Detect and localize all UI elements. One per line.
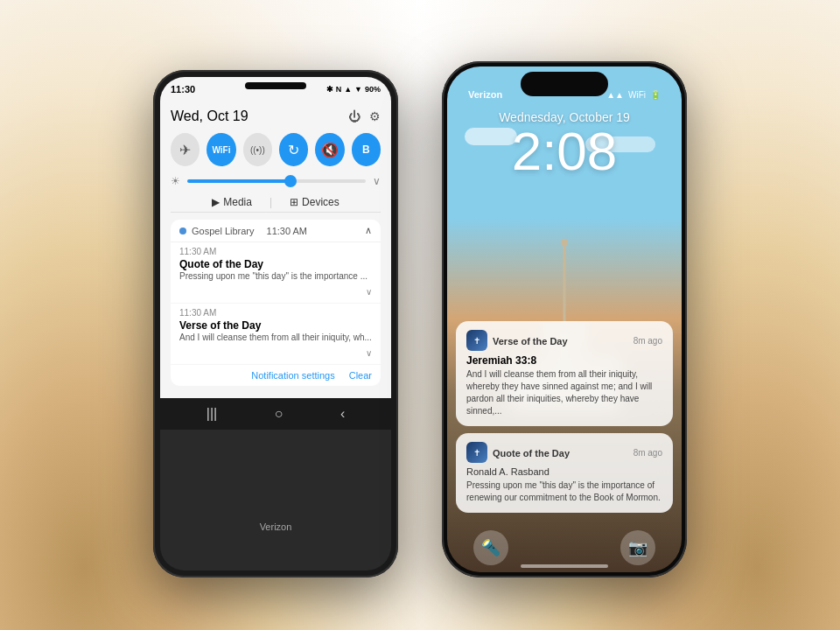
android-carrier: Verizon — [160, 520, 391, 534]
android-screen: 11:30 ✱ N ▲ ▼ 90% Wed, Oct 19 — [160, 77, 391, 570]
android-time: 11:30 — [171, 84, 195, 94]
notif-body-2: And I will cleanse them from all their i… — [179, 332, 372, 342]
devices-grid-icon: ⊞ — [290, 196, 298, 208]
notification-group-gospel: Gospel Library 11:30 AM ∧ 11:30 AM Quote… — [171, 220, 381, 386]
iphone-notif-2[interactable]: ✝ Quote of the Day 8m ago Ronald A. Rasb… — [456, 433, 673, 513]
inotif-header-2: ✝ Quote of the Day 8m ago — [466, 442, 662, 463]
sync-toggle[interactable]: ↻ — [279, 133, 308, 166]
notif-actions: Notification settings Clear — [171, 365, 381, 386]
back-button[interactable]: ‹ — [340, 406, 345, 422]
notif-expand-1[interactable]: ∨ — [366, 287, 372, 297]
phones-container: 11:30 ✱ N ▲ ▼ 90% Wed, Oct 19 — [0, 0, 840, 630]
expand-icon[interactable]: ∨ — [373, 175, 381, 187]
notif-item-1: 11:30 AM Quote of the Day Pressing upon … — [171, 242, 381, 304]
recent-apps-button[interactable]: ||| — [206, 406, 217, 422]
bluetooth-icon: ✱ — [326, 85, 333, 94]
inotif-notif-title-1: Jeremiah 33:8 — [466, 354, 662, 367]
airplane-mode-toggle[interactable]: ✈ — [171, 133, 200, 166]
flashlight-icon: 🔦 — [481, 538, 500, 557]
wifi-icon: WiFi — [628, 90, 646, 100]
camera-icon: 📷 — [628, 538, 648, 557]
gospel-icon-symbol: ✝ — [473, 336, 480, 346]
inotif-body-2: Pressing upon me "this day" is the impor… — [466, 480, 662, 504]
notification-panel: Wed, Oct 19 ⏻ ⚙ ✈ WiFi ((•)) ↻ 🔇 B — [160, 102, 391, 398]
flashlight-button[interactable]: 🔦 — [473, 530, 508, 565]
iphone-time: 2:08 — [447, 124, 682, 178]
home-button[interactable]: ○ — [275, 406, 284, 422]
notif-body-1: Pressing upon me "this day" is the impor… — [179, 271, 372, 281]
iphone: Verizon ▲▲ WiFi 🔋 Wednesday, October 19 … — [442, 61, 687, 578]
scene: 11:30 ✱ N ▲ ▼ 90% Wed, Oct 19 — [0, 0, 840, 630]
media-devices-row: ▶ Media | ⊞ Devices — [171, 192, 381, 213]
play-icon: ▶ — [212, 196, 220, 208]
notif-item-2: 11:30 AM Verse of the Day And I will cle… — [171, 304, 381, 365]
inotif-time-1: 8m ago — [634, 336, 662, 346]
inotif-body-1: And I will cleanse them from all their i… — [466, 368, 662, 417]
notif-app-name: Gospel Library — [192, 226, 255, 236]
nfc-icon: N — [336, 85, 342, 94]
sound-toggle[interactable]: 🔇 — [315, 133, 344, 166]
iphone-home-indicator[interactable] — [521, 564, 608, 568]
quick-toggles: ✈ WiFi ((•)) ↻ 🔇 B — [171, 133, 381, 166]
notif-time-1: 11:30 AM — [179, 247, 372, 256]
devices-button[interactable]: ⊞ Devices — [290, 196, 340, 208]
power-icon[interactable]: ⏻ — [348, 109, 360, 123]
iphone-screen: Verizon ▲▲ WiFi 🔋 Wednesday, October 19 … — [447, 66, 682, 572]
notif-group-header: Gospel Library 11:30 AM ∧ — [171, 220, 381, 242]
signal-bars-icon: ▲▲ — [606, 90, 624, 100]
media-button[interactable]: ▶ Media — [212, 196, 252, 208]
inotif-app-icon-1: ✝ — [466, 330, 487, 351]
brightness-thumb — [284, 175, 297, 187]
notification-settings-button[interactable]: Notification settings — [251, 370, 334, 381]
devices-label: Devices — [302, 196, 340, 208]
inotif-app-icon-2: ✝ — [466, 442, 487, 463]
date-row: Wed, Oct 19 ⏻ ⚙ — [171, 108, 381, 124]
notif-time-2: 11:30 AM — [179, 308, 372, 318]
battery-icon: 90% — [365, 85, 381, 94]
wifi-icon-status: ▼ — [354, 85, 362, 94]
iphone-notifications: ✝ Verse of the Day 8m ago Jeremiah 33:8 … — [456, 321, 673, 520]
gospel-icon-symbol-2: ✝ — [473, 448, 480, 458]
clear-button[interactable]: Clear — [349, 370, 372, 381]
notif-app-info: Gospel Library 11:30 AM — [179, 226, 307, 236]
angel-icon — [561, 239, 568, 246]
signal-icon: ▲ — [344, 85, 352, 94]
notif-app-time: 11:30 AM — [267, 226, 307, 236]
camera-button[interactable]: 📷 — [620, 530, 655, 565]
notif-title-1: Quote of the Day — [179, 258, 372, 270]
iphone-date-time: Wednesday, October 19 2:08 — [447, 110, 682, 178]
iphone-bottom-bar: 🔦 📷 — [447, 530, 682, 565]
notif-expand-2[interactable]: ∨ — [366, 348, 372, 358]
inotif-header-1: ✝ Verse of the Day 8m ago — [466, 330, 662, 351]
iphone-dynamic-island — [521, 72, 608, 96]
iphone-carrier: Verizon — [468, 89, 502, 100]
inotif-app-name-1: Verse of the Day — [493, 336, 568, 346]
wifi-toggle[interactable]: WiFi — [206, 133, 235, 166]
inotif-subtitle-2: Ronald A. Rasband — [466, 466, 662, 477]
date-action-icons: ⏻ ⚙ — [348, 109, 381, 123]
inotif-app-name-2: Quote of the Day — [493, 448, 570, 458]
settings-icon[interactable]: ⚙ — [369, 109, 381, 123]
temple-spire — [564, 244, 566, 323]
brightness-low-icon: ☀ — [171, 175, 180, 187]
inotif-title-area-2: Quote of the Day — [493, 444, 570, 460]
media-label: Media — [223, 196, 252, 208]
notif-title-2: Verse of the Day — [179, 319, 372, 332]
battery-icon-iphone: 🔋 — [650, 90, 661, 100]
android-status-bar: 11:30 ✱ N ▲ ▼ 90% — [160, 77, 391, 102]
brightness-row: ☀ ∨ — [171, 175, 381, 187]
inotif-app-info-2: ✝ Quote of the Day — [466, 442, 570, 463]
bluetooth-toggle[interactable]: B — [352, 133, 381, 166]
android-notch — [245, 82, 306, 89]
inotif-title-area-1: Verse of the Day — [493, 332, 568, 348]
inotif-time-2: 8m ago — [634, 448, 662, 458]
android-nav-bar: ||| ○ ‹ — [160, 398, 391, 430]
separator: | — [270, 196, 272, 208]
inotif-app-info-1: ✝ Verse of the Day — [466, 330, 568, 351]
iphone-notif-1[interactable]: ✝ Verse of the Day 8m ago Jeremiah 33:8 … — [456, 321, 673, 426]
iphone-status-icons: ▲▲ WiFi 🔋 — [606, 90, 661, 100]
app-dot-icon — [179, 228, 186, 234]
notif-collapse-icon[interactable]: ∧ — [365, 225, 372, 236]
hotspot-toggle[interactable]: ((•)) — [243, 133, 272, 166]
brightness-slider[interactable] — [187, 179, 366, 183]
